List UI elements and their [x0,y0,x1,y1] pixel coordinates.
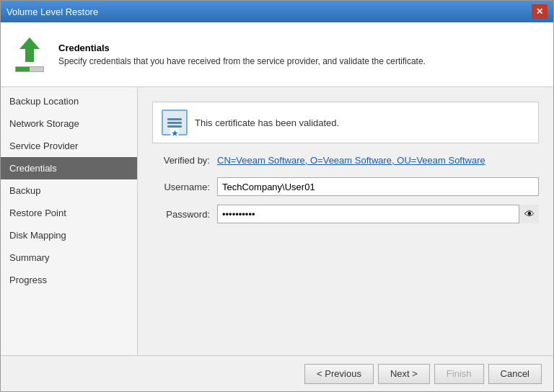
close-button[interactable]: ✕ [532,4,548,19]
cert-validated-text: This certificate has been validated. [195,117,339,128]
sidebar-item-progress[interactable]: Progress [1,269,137,291]
sidebar-item-service-provider[interactable]: Service Provider [1,135,137,157]
cert-lines-decoration [167,117,182,129]
password-input[interactable] [217,205,539,223]
eye-icon: 👁 [524,208,535,220]
footer: < Previous Next > Finish Cancel [1,355,553,391]
certificate-icon [162,110,188,135]
username-input[interactable] [217,177,539,196]
sidebar-item-disk-mapping[interactable]: Disk Mapping [1,224,137,246]
sidebar-item-summary[interactable]: Summary [1,246,137,269]
header-description: Specify credentials that you have receiv… [58,56,542,66]
window-title: Volume Level Restore [6,6,98,17]
header-text-area: Credentials Specify credentials that you… [58,43,542,66]
password-label: Password: [152,209,217,220]
sidebar-item-network-storage[interactable]: Network Storage [1,112,137,135]
username-label: Username: [152,182,217,192]
header-progress-bar [15,66,44,72]
sidebar: Backup Location Network Storage Service … [1,87,138,355]
password-wrapper: 👁 [217,205,539,223]
password-row: Password: 👁 [152,205,539,223]
certificate-banner: This certificate has been validated. [152,102,539,143]
verified-by-row: Verified by: CN=Veeam Software, O=Veeam … [152,155,539,166]
show-password-button[interactable]: 👁 [519,205,539,223]
previous-button[interactable]: < Previous [304,364,374,384]
upload-arrow-icon [15,37,44,62]
main-window: Volume Level Restore ✕ Credentials Speci… [0,0,554,392]
sidebar-item-backup[interactable]: Backup [1,179,137,202]
cancel-button[interactable]: Cancel [488,364,542,384]
finish-button[interactable]: Finish [434,364,484,384]
sidebar-item-restore-point[interactable]: Restore Point [1,202,137,224]
verified-by-label: Verified by: [152,155,217,166]
sidebar-item-backup-location[interactable]: Backup Location [1,90,137,112]
main-content: Backup Location Network Storage Service … [1,87,553,355]
header-panel: Credentials Specify credentials that you… [1,22,553,87]
username-row: Username: [152,177,539,196]
verified-by-link[interactable]: CN=Veeam Software, O=Veeam Software, OU=… [217,155,485,166]
header-title: Credentials [58,43,542,53]
sidebar-item-credentials[interactable]: Credentials [1,157,137,179]
title-bar: Volume Level Restore ✕ [1,1,553,22]
next-button[interactable]: Next > [378,364,430,384]
content-area: This certificate has been validated. Ver… [138,87,553,355]
header-icon-area [12,37,47,72]
